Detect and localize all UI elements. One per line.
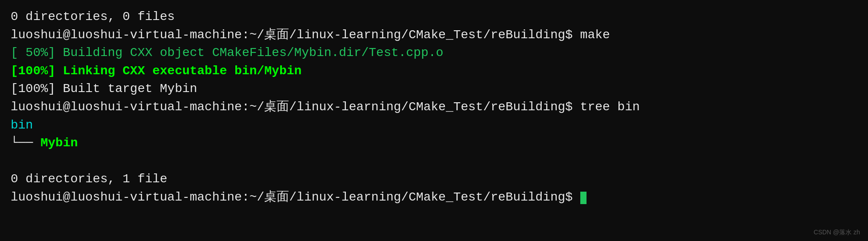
line-8-tree-item: └── Mybin xyxy=(11,134,857,153)
line-4: [100%] Linking CXX executable bin/Mybin xyxy=(11,62,857,80)
watermark: CSDN @落水 zh xyxy=(814,228,860,237)
line-11-prompt: luoshui@luoshui-virtual-machine:~/桌面/lin… xyxy=(11,189,857,207)
line-1: 0 directories, 0 files xyxy=(11,8,857,26)
line-5: [100%] Built target Mybin xyxy=(11,80,857,98)
tree-prefix: └── xyxy=(11,136,40,150)
terminal-cursor xyxy=(580,192,587,204)
line-10: 0 directories, 1 file xyxy=(11,170,857,189)
line-9-empty xyxy=(11,153,857,171)
line-7-bin: bin xyxy=(11,116,857,135)
line-3: [ 50%] Building CXX object CMakeFiles/My… xyxy=(11,44,857,62)
line-2: luoshui@luoshui-virtual-machine:~/桌面/lin… xyxy=(11,26,857,44)
prompt-text: luoshui@luoshui-virtual-machine:~/桌面/lin… xyxy=(11,190,580,204)
tree-mybin: Mybin xyxy=(40,136,78,150)
line-6: luoshui@luoshui-virtual-machine:~/桌面/lin… xyxy=(11,98,857,116)
